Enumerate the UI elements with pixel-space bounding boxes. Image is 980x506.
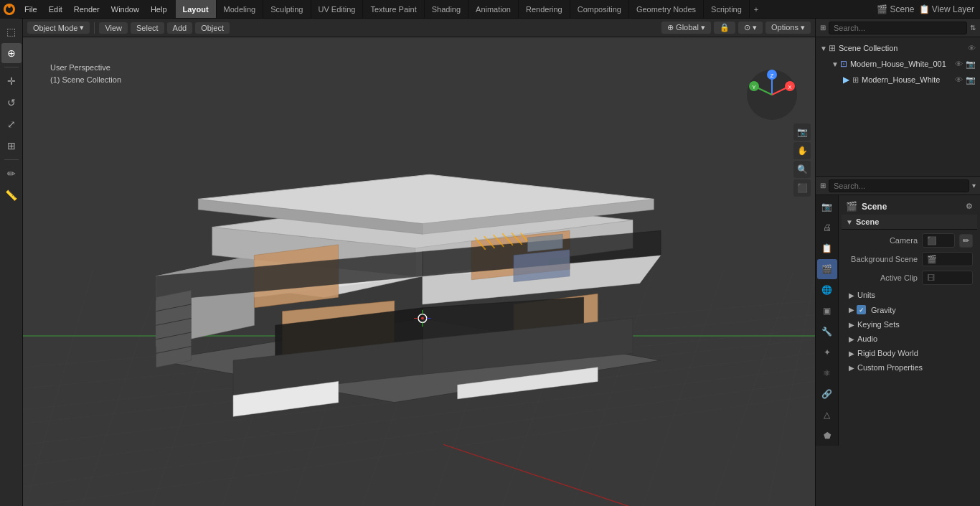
scene-props-btn[interactable]: ⚙ bbox=[966, 202, 973, 211]
item-render-icon[interactable]: 📷 bbox=[966, 60, 976, 69]
item-row-icons: 👁 📷 bbox=[955, 60, 976, 69]
annotation-tool[interactable]: ✏ bbox=[1, 164, 22, 184]
cursor-tool[interactable]: ⊕ bbox=[1, 43, 22, 63]
keying-sets-header[interactable]: ▶ Keying Sets bbox=[842, 318, 977, 331]
tab-rendering[interactable]: Rendering bbox=[519, 0, 570, 18]
collection-label: (1) Scene Collection bbox=[50, 74, 121, 86]
item-visibility-icon[interactable]: 👁 bbox=[955, 60, 963, 69]
background-scene-field[interactable]: 🎬 bbox=[922, 252, 973, 266]
transform-global[interactable]: ⊕ Global ▾ bbox=[661, 22, 711, 34]
menu-render[interactable]: Render bbox=[68, 0, 105, 18]
camera-field[interactable]: ⬛ bbox=[922, 233, 955, 248]
mesh-render-icon[interactable]: 📷 bbox=[966, 75, 976, 85]
render-preview-icon[interactable]: ⬛ bbox=[793, 179, 811, 197]
render-props-icon[interactable]: 📷 bbox=[817, 197, 837, 217]
tab-geometry-nodes[interactable]: Geometry Nodes bbox=[629, 0, 704, 18]
object-name: Modern_House_White_001 bbox=[850, 60, 955, 68]
camera-field-icon: ⬛ bbox=[927, 236, 937, 245]
gravity-check-icon: ✓ bbox=[859, 306, 864, 314]
add-menu[interactable]: Add bbox=[167, 22, 193, 34]
scene-props-icon[interactable]: 🎬 bbox=[817, 259, 837, 279]
outliner-search[interactable] bbox=[829, 22, 967, 34]
snap-toggle[interactable]: 🔒 bbox=[714, 22, 735, 34]
tab-sculpting[interactable]: Sculpting bbox=[263, 0, 311, 18]
tab-layout[interactable]: Layout bbox=[176, 0, 217, 18]
tab-uv-editing[interactable]: UV Editing bbox=[311, 0, 364, 18]
rigid-body-header[interactable]: ▶ Rigid Body World bbox=[842, 347, 977, 360]
modifier-props-icon[interactable]: 🔧 bbox=[817, 322, 837, 342]
scene-selector[interactable]: 🎬 Scene bbox=[877, 4, 914, 14]
mesh-visibility-icon[interactable]: 👁 bbox=[955, 75, 963, 85]
units-section-header[interactable]: ▶ Units bbox=[842, 289, 977, 301]
object-mode-dropdown[interactable]: Object Mode ▾ bbox=[27, 22, 90, 34]
options-btn[interactable]: Options ▾ bbox=[765, 22, 811, 34]
tab-add-button[interactable]: + bbox=[750, 5, 763, 14]
svg-marker-48 bbox=[156, 290, 192, 367]
outliner-filter-icon[interactable]: ⊞ bbox=[820, 24, 826, 32]
audio-section-header[interactable]: ▶ Audio bbox=[842, 332, 977, 345]
data-props-icon[interactable]: △ bbox=[817, 405, 837, 425]
viewport[interactable]: Object Mode ▾ View Select Add Object ⊕ G… bbox=[23, 19, 815, 506]
left-toolbar: ⬚ ⊕ ✛ ↺ ⤢ ⊞ ✏ 📏 bbox=[0, 19, 23, 506]
keying-sets-label: Keying Sets bbox=[857, 320, 900, 329]
outliner-sort-icon[interactable]: ⇅ bbox=[970, 24, 976, 32]
navigation-gizmo[interactable]: Z X Y bbox=[743, 66, 801, 123]
transform-tool[interactable]: ⊞ bbox=[1, 136, 22, 156]
custom-props-header[interactable]: ▶ Custom Properties bbox=[842, 361, 977, 374]
select-menu[interactable]: Select bbox=[131, 22, 164, 34]
active-clip-field[interactable]: 🎞 bbox=[922, 271, 973, 285]
view-layer-selector[interactable]: 📋 View Layer bbox=[919, 4, 974, 14]
outliner-row-modern-house-001[interactable]: ▼ ⊡ Modern_House_White_001 👁 📷 bbox=[816, 56, 980, 72]
tab-scripting[interactable]: Scripting bbox=[704, 0, 750, 18]
viewport-overlay-icons: 📷 ✋ 🔍 ⬛ bbox=[793, 123, 811, 197]
collection-expand-arrow[interactable]: ▼ bbox=[820, 44, 827, 52]
tab-texture-paint[interactable]: Texture Paint bbox=[363, 0, 424, 18]
camera-eyedropper[interactable]: ✏ bbox=[959, 234, 973, 248]
zoom-icon[interactable]: 🔍 bbox=[793, 161, 811, 178]
tab-compositing[interactable]: Compositing bbox=[570, 0, 629, 18]
move-tool[interactable]: ✛ bbox=[1, 71, 22, 91]
camera-view-icon[interactable]: 📷 bbox=[793, 123, 811, 141]
outliner-row-modern-house[interactable]: ▶ ⊞ Modern_House_White 👁 📷 bbox=[816, 72, 980, 88]
item-expand-arrow[interactable]: ▼ bbox=[831, 60, 839, 68]
units-section: ▶ Units bbox=[842, 289, 977, 301]
properties-search[interactable] bbox=[829, 179, 969, 192]
toolbar-separator-2 bbox=[4, 159, 19, 160]
particles-props-icon[interactable]: ✦ bbox=[817, 342, 837, 362]
menu-help[interactable]: Help bbox=[145, 0, 173, 18]
object-icon: ⊡ bbox=[840, 59, 847, 69]
gravity-section-header[interactable]: ▶ ✓ Gravity bbox=[842, 303, 977, 317]
object-menu[interactable]: Object bbox=[195, 22, 230, 34]
scene-header-row: 🎬 Scene ⚙ bbox=[842, 198, 977, 215]
tab-modeling[interactable]: Modeling bbox=[217, 0, 264, 18]
props-filter-icon[interactable]: ⊞ bbox=[820, 182, 826, 189]
proportional-edit[interactable]: ⊙ ▾ bbox=[738, 22, 763, 34]
measure-tool[interactable]: 📏 bbox=[1, 185, 22, 205]
collection-icon: ⊞ bbox=[829, 43, 836, 53]
view-menu[interactable]: View bbox=[99, 22, 128, 34]
gravity-checkbox[interactable]: ✓ bbox=[857, 305, 866, 314]
rotate-tool[interactable]: ↺ bbox=[1, 93, 22, 113]
scale-tool[interactable]: ⤢ bbox=[1, 114, 22, 134]
view-layer-props-icon[interactable]: 📋 bbox=[817, 238, 837, 258]
hand-tool-icon[interactable]: ✋ bbox=[793, 142, 811, 159]
menu-file[interactable]: File bbox=[19, 0, 43, 18]
tab-animation[interactable]: Animation bbox=[468, 0, 519, 18]
visibility-icon[interactable]: 👁 bbox=[968, 44, 976, 52]
svg-text:X: X bbox=[788, 84, 792, 90]
props-options-icon[interactable]: ▾ bbox=[972, 182, 976, 189]
material-props-icon[interactable]: ⬟ bbox=[817, 426, 837, 446]
physics-props-icon[interactable]: ⚛ bbox=[817, 363, 837, 383]
outliner-row-scene-collection[interactable]: ▼ ⊞ Scene Collection 👁 bbox=[816, 40, 980, 56]
properties-header: ⊞ ▾ bbox=[816, 177, 980, 195]
constraints-props-icon[interactable]: 🔗 bbox=[817, 384, 837, 404]
menu-window[interactable]: Window bbox=[105, 0, 145, 18]
world-props-icon[interactable]: 🌐 bbox=[817, 280, 837, 300]
tab-shading[interactable]: Shading bbox=[425, 0, 468, 18]
select-box-tool[interactable]: ⬚ bbox=[1, 22, 22, 42]
scene-section-header[interactable]: ▼ Scene bbox=[842, 215, 977, 230]
object-props-icon[interactable]: ▣ bbox=[817, 301, 837, 321]
output-props-icon[interactable]: 🖨 bbox=[817, 217, 837, 238]
viewport-canvas[interactable]: Z X Y 📷 ✋ 🔍 ⬛ User bbox=[23, 37, 815, 506]
menu-edit[interactable]: Edit bbox=[43, 0, 68, 18]
